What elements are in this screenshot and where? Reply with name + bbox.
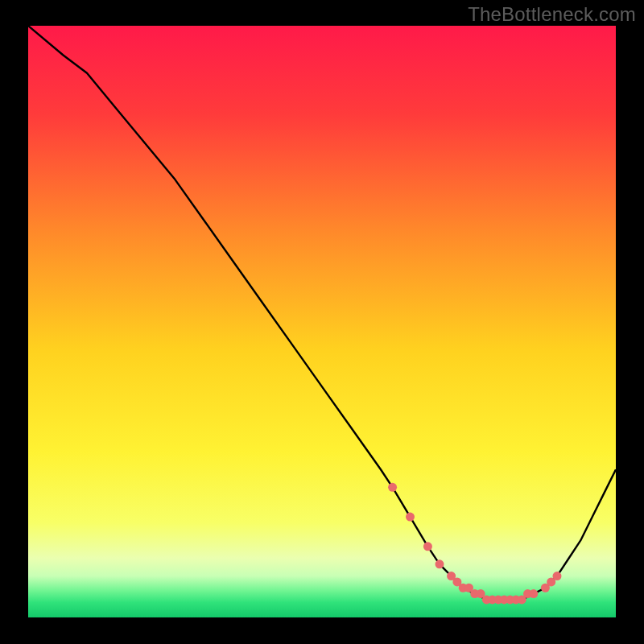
bottleneck-curve: [28, 26, 616, 600]
highlight-dot: [436, 559, 444, 568]
highlight-dot: [529, 589, 538, 598]
highlight-dot: [423, 542, 432, 551]
plot-area: [28, 26, 616, 617]
highlight-dot: [388, 483, 397, 492]
highlight-dot: [553, 572, 562, 580]
chart-overlay-svg: [28, 26, 616, 617]
highlight-dot: [406, 513, 415, 522]
chart-frame: TheBottleneck.com: [0, 0, 644, 644]
watermark-text: TheBottleneck.com: [468, 3, 636, 26]
